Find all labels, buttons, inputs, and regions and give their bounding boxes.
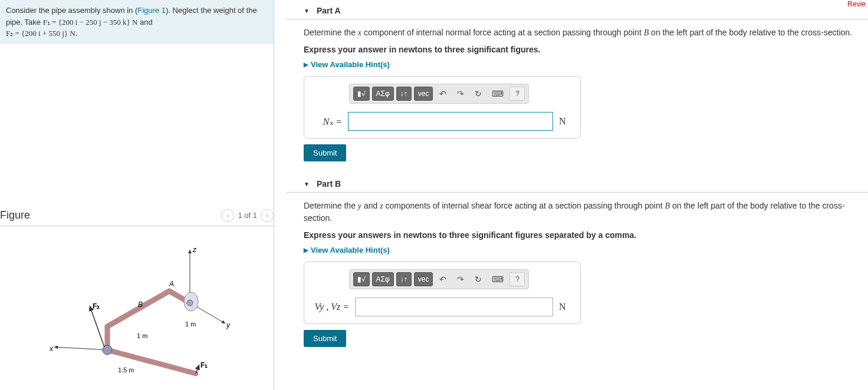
collapse-icon: ▼ [304,181,310,187]
part-a-input[interactable] [348,112,553,131]
templates-button[interactable]: ▮√ [353,87,370,101]
subsup-button[interactable]: ↓↑ [396,87,412,101]
undo-button[interactable]: ↶ [435,272,451,286]
figure-next-button[interactable]: › [261,209,274,222]
figure-link[interactable]: Figure 1 [137,6,166,15]
dim-1-5m: 1.5 m [118,366,134,374]
axis-z: z [192,246,197,254]
label-F1: F₁ [200,361,208,369]
axis-x: x [49,345,54,353]
part-b-answer-box: ▮√ ΑΣφ ↓↑ vec ↶ ↷ ↻ ⌨ ? Vy , Vz = N [304,262,581,324]
expand-icon: ▶ [304,61,308,68]
vec-button[interactable]: vec [414,87,433,101]
part-a-instruct: Express your answer in newtons to three … [304,45,856,54]
help-button[interactable]: ? [509,87,525,101]
undo-button[interactable]: ↶ [435,87,451,101]
templates-button[interactable]: ▮√ [353,272,370,286]
part-b-toolbar: ▮√ ΑΣφ ↓↑ vec ↶ ↷ ↻ ⌨ ? [349,269,529,289]
help-button[interactable]: ? [509,272,525,286]
figure-counter: 1 of 1 [238,211,257,220]
greek-button[interactable]: ΑΣφ [372,87,394,101]
keyboard-button[interactable]: ⌨ [488,272,507,286]
f1-expression: F₁ = {200 i − 250 j − 350 k} N [43,18,138,27]
f2-expression: F₂ = {200 i + 550 j} N. [6,29,77,38]
collapse-icon: ▼ [304,8,310,14]
subsup-button[interactable]: ↓↑ [396,272,412,286]
part-b-submit[interactable]: Submit [304,330,346,347]
part-b-unit: N [559,302,571,312]
reset-button[interactable]: ↻ [471,272,486,286]
part-a-header[interactable]: ▼ Part A [286,0,868,19]
part-a-prompt: Determine the x component of internal no… [304,27,856,39]
problem-and: and [137,18,152,27]
figure-prev-button[interactable]: ‹ [221,209,234,222]
part-a-hints[interactable]: ▶ View Available Hint(s) [304,60,856,69]
part-b-instruct: Express your answers in newtons to three… [304,230,856,240]
part-b-var-label: Vy , Vz = [314,302,349,312]
part-a-answer-box: ▮√ ΑΣφ ↓↑ vec ↶ ↷ ↻ ⌨ ? Nₓ = N [304,76,581,138]
part-b-input[interactable] [355,298,553,316]
vec-button[interactable]: vec [414,272,433,286]
figure-title: Figure [0,209,30,222]
svg-line-2 [54,347,107,350]
part-a-unit: N [559,116,571,127]
part-b-header[interactable]: ▼ Part B [286,173,868,193]
greek-button[interactable]: ΑΣφ [372,272,394,286]
redo-button[interactable]: ↷ [453,272,468,286]
expand-icon: ▶ [304,247,308,253]
redo-button[interactable]: ↷ [453,87,468,101]
keyboard-button[interactable]: ⌨ [488,87,507,101]
part-b-hints[interactable]: ▶ View Available Hint(s) [304,246,856,255]
problem-text-1: Consider the pipe assembly shown in ( [6,6,137,15]
label-A: A [169,280,174,288]
review-link[interactable]: Revie [847,0,866,8]
part-b-title: Part B [317,179,341,189]
problem-statement: Consider the pipe assembly shown in (Fig… [0,0,274,44]
part-a-title: Part A [317,6,341,15]
part-a-toolbar: ▮√ ΑΣφ ↓↑ vec ↶ ↷ ↻ ⌨ ? [349,84,529,104]
part-a-submit[interactable]: Submit [304,144,346,161]
reset-button[interactable]: ↻ [471,87,486,101]
part-a-var-label: Nₓ = [314,116,342,127]
label-B: B [138,300,143,309]
label-F2: F₂ [93,302,100,310]
axis-y: y [226,321,231,329]
figure-diagram: z y x A B [0,226,274,391]
svg-line-10 [90,306,104,347]
dim-1m-a: 1 m [185,320,196,328]
svg-line-4 [107,291,169,326]
dim-1m-b: 1 m [137,332,147,339]
part-b-prompt: Determine the y and z components of inte… [304,200,856,224]
